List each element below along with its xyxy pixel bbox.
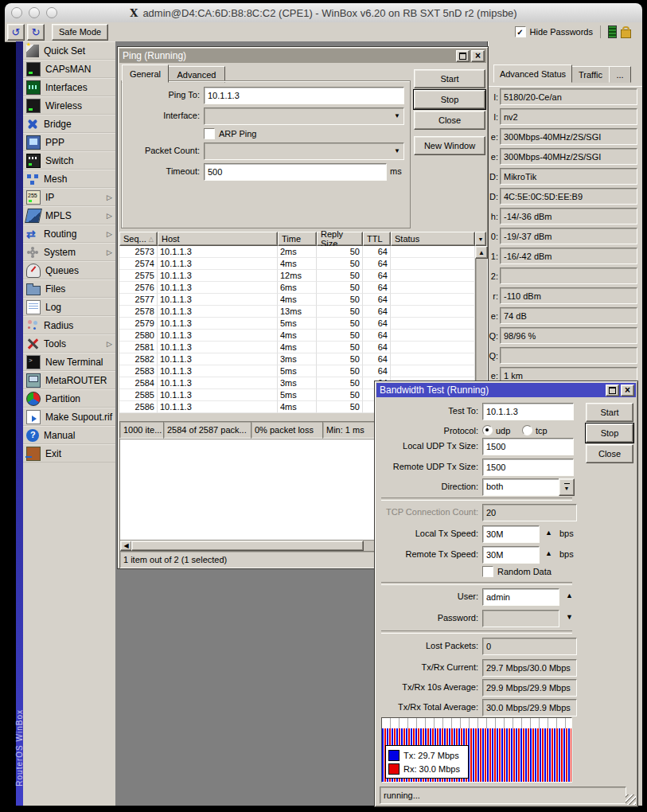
scroll-left-button[interactable]: ◀ xyxy=(120,541,132,551)
local-tx-speed-up-icon[interactable]: ▲ xyxy=(545,529,552,537)
sidebar-item-bridge[interactable]: Bridge xyxy=(23,115,115,133)
interface-combobox[interactable]: ▼ xyxy=(204,107,404,125)
sidebar-item-routing[interactable]: Routing▷ xyxy=(23,224,115,243)
sidebar-item-capsman[interactable]: CAPsMAN xyxy=(23,60,115,78)
sidebar-item-metarouter[interactable]: MetaROUTER xyxy=(23,371,115,389)
user-input[interactable] xyxy=(482,588,559,606)
sidebar-item-make-supout-rif[interactable]: Make Supout.rif xyxy=(23,408,115,426)
table-cell: 2583 xyxy=(119,365,158,377)
local-tx-speed-value[interactable] xyxy=(483,526,542,542)
bandwidth-window-titlebar[interactable]: Bandwidth Test (Running) × xyxy=(376,383,636,397)
arp-ping-checkbox[interactable] xyxy=(204,128,215,139)
column-header-ttl[interactable]: TTL xyxy=(363,232,391,246)
close-button[interactable]: × xyxy=(471,50,485,62)
stop-button[interactable]: Stop xyxy=(414,90,485,109)
close-button[interactable]: × xyxy=(621,385,634,396)
redo-button[interactable]: ↻ xyxy=(27,24,45,41)
table-row[interactable]: 257710.1.1.34ms5064 xyxy=(119,294,475,306)
new-window-button[interactable]: New Window xyxy=(414,136,485,155)
table-row[interactable]: 258310.1.1.35ms5064 xyxy=(119,365,475,377)
table-row[interactable]: 257610.1.1.36ms5064 xyxy=(119,282,475,294)
submenu-arrow-icon: ▷ xyxy=(107,340,112,348)
sidebar-item-queues[interactable]: Queues xyxy=(23,261,115,279)
sidebar-item-quick-set[interactable]: Quick Set xyxy=(23,41,115,60)
ping-window-titlebar[interactable]: Ping (Running) × xyxy=(119,49,486,63)
sidebar-item-manual[interactable]: Manual xyxy=(23,426,115,444)
sidebar-item-new-terminal[interactable]: New Terminal xyxy=(23,353,115,371)
column-header-host[interactable]: Host xyxy=(158,232,278,246)
tab-more[interactable]: ... xyxy=(609,66,631,83)
direction-combobox[interactable]: both xyxy=(482,478,559,496)
sidebar-item-files[interactable]: Files xyxy=(23,279,115,298)
safe-mode-button[interactable]: Safe Mode xyxy=(52,24,108,41)
password-down-icon[interactable]: ▼ xyxy=(566,614,573,621)
column-header-time[interactable]: Time xyxy=(278,232,317,246)
direction-dropdown-button[interactable]: ▼ xyxy=(559,478,575,496)
remote-udp-tx-size-value[interactable] xyxy=(483,459,576,475)
sidebar-item-log[interactable]: Log xyxy=(23,298,115,316)
bandwidth-status-bar: running... xyxy=(380,787,626,804)
user-up-icon[interactable]: ▲ xyxy=(566,592,573,599)
user-value[interactable] xyxy=(483,589,562,605)
close-window-button[interactable]: Close xyxy=(414,111,485,130)
sidebar-item-system[interactable]: System▷ xyxy=(23,243,115,261)
hscroll-thumb[interactable] xyxy=(131,541,364,551)
sidebar-item-radius[interactable]: Radius xyxy=(23,316,115,334)
sidebar-item-mpls[interactable]: MPLS▷ xyxy=(23,206,115,224)
close-icon: × xyxy=(475,52,481,60)
sidebar-item-switch[interactable]: Switch xyxy=(23,151,115,170)
ping-to-value[interactable] xyxy=(205,88,407,103)
bw-start-button[interactable]: Start xyxy=(586,403,633,422)
column-header-status[interactable]: Status xyxy=(391,232,475,246)
column-filter-dropdown-button[interactable]: ▼ xyxy=(475,232,486,246)
undo-button[interactable]: ↺ xyxy=(7,24,25,41)
sidebar-item-wireless[interactable]: Wireless xyxy=(23,96,115,115)
protocol-udp-radio[interactable] xyxy=(482,425,493,435)
random-data-checkbox[interactable] xyxy=(482,566,493,577)
maximize-button[interactable] xyxy=(606,385,619,396)
tab-general[interactable]: General xyxy=(122,64,169,83)
maximize-button[interactable] xyxy=(456,50,470,62)
timeout-value[interactable] xyxy=(205,164,389,180)
remote-tx-speed-value[interactable] xyxy=(483,547,542,563)
table-row[interactable]: 257910.1.1.35ms5064 xyxy=(119,318,475,330)
sidebar-item-partition[interactable]: Partition xyxy=(23,389,115,408)
remote-udp-tx-size-input[interactable] xyxy=(482,459,574,476)
hide-passwords-checkbox[interactable]: ✓ xyxy=(515,26,526,37)
test-to-value[interactable] xyxy=(483,404,576,420)
scroll-up-button[interactable]: ▲ xyxy=(475,246,488,259)
column-header-reply-size[interactable]: Reply Size xyxy=(317,232,363,246)
sidebar-item-exit[interactable]: Exit xyxy=(23,444,115,463)
test-to-input[interactable] xyxy=(482,403,574,420)
local-udp-tx-size-input[interactable] xyxy=(482,438,574,455)
table-row[interactable]: 257810.1.1.313ms5064 xyxy=(119,306,475,318)
sidebar-item-ppp[interactable]: PPP xyxy=(23,133,115,151)
column-header-seq-[interactable]: Seq...△ xyxy=(119,232,158,246)
bw-close-button[interactable]: Close xyxy=(586,444,633,463)
mac-titlebar[interactable]: Xadmin@D4:CA:6D:B8:8C:C2 (CPE1) - WinBox… xyxy=(5,3,642,22)
tab-advanced-status[interactable]: Advanced Status xyxy=(493,64,572,83)
table-row[interactable]: 258010.1.1.34ms5064 xyxy=(119,330,475,342)
remote-tx-speed-up-icon[interactable]: ▲ xyxy=(545,550,552,557)
password-input[interactable] xyxy=(482,610,559,627)
timeout-input[interactable] xyxy=(204,163,387,181)
ping-to-input[interactable] xyxy=(204,87,404,104)
protocol-tcp-radio[interactable] xyxy=(522,425,532,435)
sidebar-item-interfaces[interactable]: Interfaces xyxy=(23,78,115,96)
table-row[interactable]: 257310.1.1.32ms5064 xyxy=(119,246,475,258)
table-row[interactable]: 258110.1.1.34ms5064 xyxy=(119,342,475,353)
table-row[interactable]: 257410.1.1.34ms5064 xyxy=(119,258,475,270)
table-row[interactable]: 258210.1.1.33ms5064 xyxy=(119,353,475,365)
sidebar-item-tools[interactable]: Tools▷ xyxy=(23,334,115,353)
remote-tx-speed-input[interactable] xyxy=(482,546,540,564)
local-udp-tx-size-value[interactable] xyxy=(483,439,576,455)
sidebar-item-ip[interactable]: IP▷ xyxy=(23,188,115,206)
tab-traffic[interactable]: Traffic xyxy=(571,66,610,83)
packet-count-combobox[interactable]: ▼ xyxy=(204,142,404,160)
start-button[interactable]: Start xyxy=(414,69,485,88)
table-row[interactable]: 257510.1.1.312ms5064 xyxy=(119,270,475,282)
local-tx-speed-input[interactable] xyxy=(482,525,540,543)
bw-stop-button[interactable]: Stop xyxy=(586,424,633,443)
resize-grip[interactable] xyxy=(626,794,636,805)
sidebar-item-mesh[interactable]: Mesh xyxy=(23,170,115,188)
